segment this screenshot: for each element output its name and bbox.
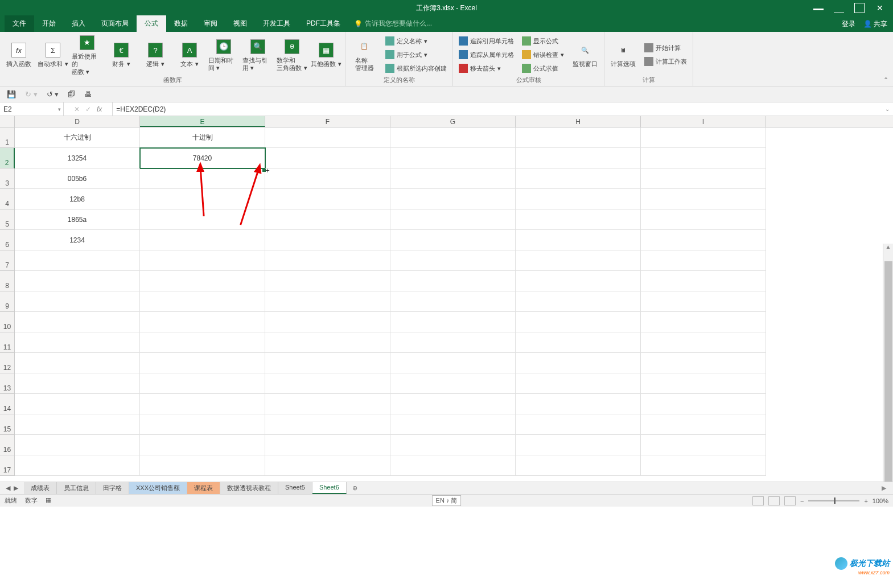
remove-arrows-button[interactable]: 移去箭头 ▾: [456, 62, 516, 75]
cell-F8[interactable]: [265, 271, 390, 291]
confirm-formula-icon[interactable]: ✓: [85, 105, 91, 113]
cell-D14[interactable]: [15, 394, 140, 414]
column-header-I[interactable]: I: [641, 116, 766, 127]
column-header-F[interactable]: F: [265, 116, 390, 127]
row-header-8[interactable]: 8: [0, 271, 15, 291]
cell-G14[interactable]: [390, 394, 516, 414]
ribbon-display-icon[interactable]: [813, 3, 824, 13]
calculate-now-button[interactable]: 开始计算: [642, 42, 689, 54]
cell-E7[interactable]: [140, 250, 265, 271]
cell-F12[interactable]: [265, 353, 390, 373]
cell-H12[interactable]: [516, 353, 641, 373]
sheet-tab-Sheet6[interactable]: Sheet6: [312, 482, 347, 494]
cell-F2[interactable]: [265, 148, 390, 168]
cell-H6[interactable]: [516, 230, 641, 250]
cell-I12[interactable]: [641, 353, 766, 373]
ribbon-日期和时间[interactable]: 🕒日期和时间 ▾: [208, 38, 239, 72]
use-in-formula-button[interactable]: 用于公式 ▾: [383, 48, 449, 61]
cell-I2[interactable]: [641, 148, 766, 168]
cell-G16[interactable]: [390, 435, 516, 455]
cell-F17[interactable]: [265, 455, 390, 476]
evaluate-formula-button[interactable]: 公式求值: [520, 62, 566, 75]
ribbon-财务[interactable]: €财务 ▾: [106, 41, 137, 68]
row-header-1[interactable]: 1: [0, 128, 15, 148]
cell-G12[interactable]: [390, 353, 516, 373]
tab-视图[interactable]: 视图: [225, 15, 255, 32]
tab-页面布局[interactable]: 页面布局: [93, 15, 137, 32]
cell-H2[interactable]: [516, 148, 641, 168]
cell-G11[interactable]: [390, 332, 516, 353]
cell-I8[interactable]: [641, 271, 766, 291]
tab-插入[interactable]: 插入: [64, 15, 93, 32]
cell-D13[interactable]: [15, 373, 140, 394]
formula-input[interactable]: =HEX2DEC(D2) ⌄: [113, 102, 893, 116]
row-header-12[interactable]: 12: [0, 353, 15, 373]
login-button[interactable]: 登录: [842, 19, 855, 29]
tab-公式[interactable]: 公式: [137, 15, 166, 32]
cell-D8[interactable]: [15, 271, 140, 291]
name-box[interactable]: E2▾: [0, 102, 64, 116]
tab-开始[interactable]: 开始: [34, 15, 64, 32]
row-header-6[interactable]: 6: [0, 230, 15, 250]
chevron-down-icon[interactable]: ▾: [58, 106, 61, 112]
ribbon-自动求和[interactable]: Σ自动求和 ▾: [38, 41, 68, 68]
tab-PDF工具集[interactable]: PDF工具集: [298, 15, 348, 32]
ribbon-插入函数[interactable]: fx插入函数: [3, 41, 34, 68]
close-icon[interactable]: ✕: [875, 3, 885, 13]
tab-nav-next-icon[interactable]: ▶: [14, 484, 18, 492]
tell-me[interactable]: 💡 告诉我您想要做什么...: [348, 15, 438, 32]
collapse-ribbon-icon[interactable]: ⌃: [883, 76, 888, 84]
cell-D5[interactable]: 1865a: [15, 209, 140, 230]
cell-G8[interactable]: [390, 271, 516, 291]
cancel-formula-icon[interactable]: ✕: [74, 105, 80, 113]
sheet-tab-成绩表[interactable]: 成绩表: [24, 482, 57, 494]
cell-I13[interactable]: [641, 373, 766, 394]
cell-H9[interactable]: [516, 291, 641, 312]
show-formulas-button[interactable]: 显示公式: [520, 35, 566, 47]
add-sheet-button[interactable]: ⊕: [347, 484, 363, 492]
cell-H14[interactable]: [516, 394, 641, 414]
cell-I15[interactable]: [641, 414, 766, 435]
cell-H7[interactable]: [516, 250, 641, 271]
ribbon-其他函数[interactable]: ▦其他函数 ▾: [311, 41, 341, 68]
cell-D15[interactable]: [15, 414, 140, 435]
row-header-14[interactable]: 14: [0, 394, 15, 414]
zoom-slider[interactable]: [808, 500, 859, 501]
redo-icon[interactable]: ↻ ▾: [25, 90, 38, 98]
cell-I11[interactable]: [641, 332, 766, 353]
cell-H13[interactable]: [516, 373, 641, 394]
sheet-tab-XXX公司销售额[interactable]: XXX公司销售额: [129, 482, 187, 494]
ribbon-文本[interactable]: A文本 ▾: [174, 41, 205, 68]
zoom-out-button[interactable]: −: [800, 497, 804, 504]
cell-E13[interactable]: [140, 373, 265, 394]
cell-F1[interactable]: [265, 128, 390, 148]
cell-G6[interactable]: [390, 230, 516, 250]
cell-I3[interactable]: [641, 168, 766, 189]
cell-E3[interactable]: [140, 168, 265, 189]
cell-E1[interactable]: 十进制: [140, 128, 265, 148]
cell-D3[interactable]: 005b6: [15, 168, 140, 189]
trace-precedents-button[interactable]: 追踪引用单元格: [456, 35, 516, 47]
row-header-17[interactable]: 17: [0, 455, 15, 476]
view-normal-icon[interactable]: [752, 496, 764, 505]
cell-D16[interactable]: [15, 435, 140, 455]
ribbon-逻辑[interactable]: ?逻辑 ▾: [140, 41, 171, 68]
undo-icon[interactable]: ↺ ▾: [47, 90, 59, 98]
tab-nav-prev-icon[interactable]: ◀: [6, 484, 10, 492]
watch-window-button[interactable]: 🔍 监视窗口: [570, 41, 600, 68]
cell-E4[interactable]: [140, 189, 265, 209]
cell-E14[interactable]: [140, 394, 265, 414]
cell-E11[interactable]: [140, 332, 265, 353]
cell-I6[interactable]: [641, 230, 766, 250]
tab-审阅[interactable]: 审阅: [196, 15, 225, 32]
row-header-11[interactable]: 11: [0, 332, 15, 353]
cell-F16[interactable]: [265, 435, 390, 455]
row-header-7[interactable]: 7: [0, 250, 15, 271]
trace-dependents-button[interactable]: 追踪从属单元格: [456, 48, 516, 61]
cell-I5[interactable]: [641, 209, 766, 230]
share-button[interactable]: 👤 共享: [863, 19, 887, 29]
calculate-sheet-button[interactable]: 计算工作表: [642, 55, 689, 68]
scrollbar-thumb[interactable]: [884, 261, 892, 482]
cell-F3[interactable]: [265, 168, 390, 189]
cell-I9[interactable]: [641, 291, 766, 312]
